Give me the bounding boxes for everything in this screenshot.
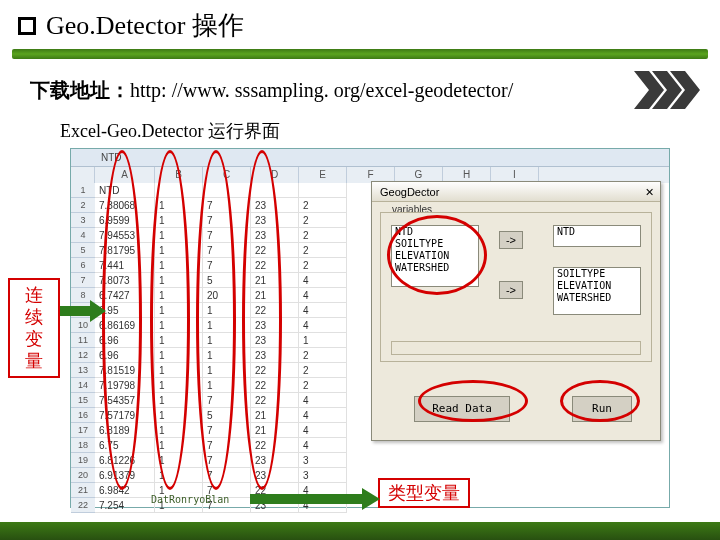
geogdetector-dialog[interactable]: GeogDector ✕ variables NTDSOILTYPEELEVAT… — [371, 181, 661, 441]
y-variable-list[interactable]: NTD — [553, 225, 641, 247]
cell-grid[interactable]: NTD7.38068172326.9599172327.94553172327.… — [95, 183, 347, 513]
run-button[interactable]: Run — [572, 396, 632, 422]
row-headers: 12345678910111213141516171819202122 — [71, 183, 95, 513]
svg-marker-3 — [60, 300, 106, 322]
read-data-button[interactable]: Read Data — [414, 396, 510, 422]
download-label: 下载地址： — [30, 77, 130, 104]
footer-path: DatRonryoBlan — [151, 494, 229, 505]
download-url-row: 下载地址： http: //www. sssampling. org/excel… — [0, 67, 720, 119]
move-to-y-button[interactable]: -> — [499, 231, 523, 249]
chevron-decor-icon — [634, 71, 704, 109]
arrow-right-icon — [60, 300, 106, 322]
formula-bar[interactable]: NTD — [71, 149, 669, 167]
slide-footer-bar — [0, 522, 720, 540]
arrow-right-icon — [250, 488, 380, 510]
close-icon[interactable]: ✕ — [645, 182, 654, 201]
move-to-x-button[interactable]: -> — [499, 281, 523, 299]
variables-groupbox: NTDSOILTYPEELEVATIONWATERSHED -> NTD -> … — [380, 212, 652, 362]
horizontal-scrollbar[interactable] — [391, 341, 641, 355]
screenshot-caption: Excel-Geo.Detector 运行界面 — [0, 119, 720, 149]
dialog-title-text: GeogDector — [380, 182, 439, 201]
label-categorical-variable: 类型变量 — [378, 478, 470, 508]
slide-title-row: Geo.Detector 操作 — [0, 0, 720, 49]
divider-bar — [12, 49, 708, 59]
download-url: http: //www. sssampling. org/excel-geode… — [130, 79, 513, 102]
variables-source-list[interactable]: NTDSOILTYPEELEVATIONWATERSHED — [391, 225, 479, 287]
title-bullet-icon — [18, 17, 36, 35]
slide-title: Geo.Detector 操作 — [46, 8, 244, 43]
svg-marker-4 — [250, 488, 380, 510]
label-continuous-variable: 连续变量 — [8, 278, 60, 378]
x-variables-list[interactable]: SOILTYPEELEVATIONWATERSHED — [553, 267, 641, 315]
dialog-titlebar[interactable]: GeogDector ✕ — [372, 182, 660, 202]
excel-screenshot: NTD A B C D E F G H I 123456789101112131… — [70, 148, 670, 508]
